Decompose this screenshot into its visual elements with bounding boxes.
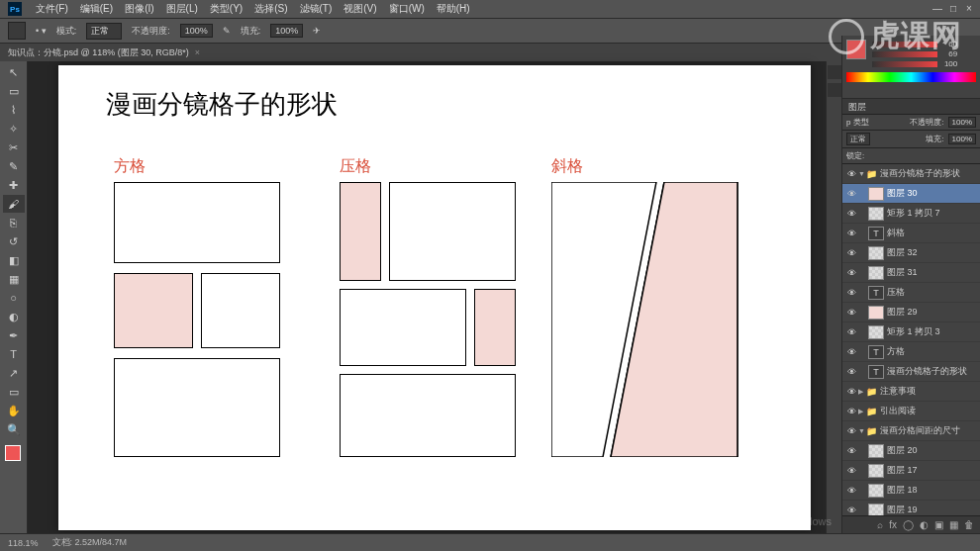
layer-name[interactable]: 图层 31 xyxy=(887,266,978,279)
panel-icon[interactable] xyxy=(828,83,841,97)
visibility-icon[interactable]: 👁 xyxy=(844,327,858,337)
brush-preset[interactable]: • ▾ xyxy=(36,26,47,36)
stamp-tool[interactable]: ⎘ xyxy=(3,214,25,231)
layer-name[interactable]: 注意事项 xyxy=(880,385,978,398)
disclosure-icon[interactable]: ▶ xyxy=(858,388,866,396)
slider-g[interactable] xyxy=(872,51,937,57)
value-g[interactable]: 69 xyxy=(939,49,957,58)
layer-list[interactable]: 👁▼📁漫画分镜格子的形状👁图层 30👁矩形 1 拷贝 7👁T斜格👁图层 32👁图… xyxy=(842,164,980,515)
blend-mode-dropdown[interactable]: 正常 xyxy=(86,23,122,40)
menu-type[interactable]: 类型(Y) xyxy=(204,2,248,16)
hand-tool[interactable]: ✋ xyxy=(3,402,25,419)
layer-row[interactable]: 👁T漫画分镜格子的形状 xyxy=(842,362,980,382)
collapsed-panel-strip[interactable] xyxy=(826,61,841,533)
lasso-tool[interactable]: ⌇ xyxy=(3,101,25,119)
layer-name[interactable]: 矩形 1 拷贝 7 xyxy=(887,207,978,220)
layer-name[interactable]: 图层 20 xyxy=(887,444,978,457)
kind-filter[interactable]: p 类型 xyxy=(846,117,869,128)
color-swatch[interactable] xyxy=(5,445,23,463)
type-tool[interactable]: T xyxy=(3,345,25,363)
layer-row[interactable]: 👁T方格 xyxy=(842,342,980,362)
layer-name[interactable]: 图层 30 xyxy=(887,187,978,200)
menu-layer[interactable]: 图层(L) xyxy=(160,2,204,16)
layer-name[interactable]: 方格 xyxy=(887,345,978,358)
group-icon[interactable]: ▣ xyxy=(934,519,943,530)
menu-window[interactable]: 窗口(W) xyxy=(383,2,431,16)
layer-row[interactable]: 👁图层 17 xyxy=(842,461,980,481)
visibility-icon[interactable]: 👁 xyxy=(844,446,858,456)
panel-icon[interactable] xyxy=(828,65,841,79)
airbrush-icon[interactable]: ✈ xyxy=(313,26,321,36)
pressure-icon[interactable]: ✎ xyxy=(223,26,231,36)
document-tab[interactable]: 知识点：分镜.psd @ 118% (图层 30, RGB/8*) xyxy=(8,46,189,59)
visibility-icon[interactable]: 👁 xyxy=(844,229,858,238)
marquee-tool[interactable]: ▭ xyxy=(3,82,25,100)
path-tool[interactable]: ↗ xyxy=(3,364,25,382)
layer-row[interactable]: 👁图层 31 xyxy=(842,263,980,283)
visibility-icon[interactable]: 👁 xyxy=(844,426,858,436)
visibility-icon[interactable]: 👁 xyxy=(844,367,858,377)
value-b[interactable]: 100 xyxy=(939,59,957,68)
close-tab-icon[interactable]: × xyxy=(195,47,200,57)
menu-view[interactable]: 视图(V) xyxy=(338,2,382,16)
layer-row[interactable]: 👁矩形 1 拷贝 7 xyxy=(842,204,980,224)
layer-name[interactable]: 压格 xyxy=(887,286,978,299)
layer-name[interactable]: 引出阅读 xyxy=(880,405,978,417)
document-canvas[interactable]: 漫画分镜格子的形状 方格 压格 斜格 xyxy=(58,65,811,530)
blend-mode[interactable]: 正常 xyxy=(846,133,870,145)
layer-row[interactable]: 👁▼📁漫画分格间距的尺寸 xyxy=(842,421,980,441)
history-brush-tool[interactable]: ↺ xyxy=(3,232,25,250)
visibility-icon[interactable]: 👁 xyxy=(844,387,858,397)
color-spectrum[interactable] xyxy=(846,72,976,82)
layer-name[interactable]: 漫画分镜格子的形状 xyxy=(887,365,978,378)
layer-row[interactable]: 👁T斜格 xyxy=(842,224,980,243)
new-layer-icon[interactable]: ▦ xyxy=(949,519,958,530)
maximize-button[interactable]: □ xyxy=(946,2,960,14)
adjustment-icon[interactable]: ◐ xyxy=(920,519,929,530)
layer-name[interactable]: 图层 19 xyxy=(887,504,978,515)
move-tool[interactable]: ↖ xyxy=(3,63,25,81)
visibility-icon[interactable]: 👁 xyxy=(844,169,858,179)
menu-file[interactable]: 文件(F) xyxy=(30,2,74,16)
eyedropper-tool[interactable]: ✎ xyxy=(3,157,25,175)
flow-input[interactable]: 100% xyxy=(270,24,303,38)
layer-row[interactable]: 👁▶📁注意事项 xyxy=(842,382,980,402)
layer-name[interactable]: 漫画分格间距的尺寸 xyxy=(880,424,978,437)
visibility-icon[interactable]: 👁 xyxy=(844,466,858,476)
dodge-tool[interactable]: ◐ xyxy=(3,308,25,325)
layer-row[interactable]: 👁T压格 xyxy=(842,283,980,303)
layer-name[interactable]: 图层 18 xyxy=(887,484,978,497)
wand-tool[interactable]: ✧ xyxy=(3,120,25,138)
layer-row[interactable]: 👁▼📁漫画分镜格子的形状 xyxy=(842,164,980,184)
layer-name[interactable]: 图层 29 xyxy=(887,306,978,319)
heal-tool[interactable]: ✚ xyxy=(3,176,25,194)
visibility-icon[interactable]: 👁 xyxy=(844,407,858,416)
layer-row[interactable]: 👁图层 19 xyxy=(842,501,980,515)
eraser-tool[interactable]: ◧ xyxy=(3,251,25,269)
layer-row[interactable]: 👁矩形 1 拷贝 3 xyxy=(842,322,980,342)
gradient-tool[interactable]: ▦ xyxy=(3,270,25,288)
menu-edit[interactable]: 编辑(E) xyxy=(74,2,119,16)
visibility-icon[interactable]: 👁 xyxy=(844,288,858,298)
shape-tool[interactable]: ▭ xyxy=(3,383,25,401)
pen-tool[interactable]: ✒ xyxy=(3,326,25,344)
layer-fill-input[interactable]: 100% xyxy=(948,134,976,144)
mask-icon[interactable]: ◯ xyxy=(903,519,914,530)
trash-icon[interactable]: 🗑 xyxy=(964,519,974,530)
visibility-icon[interactable]: 👁 xyxy=(844,189,858,199)
layer-name[interactable]: 图层 17 xyxy=(887,464,978,477)
layer-row[interactable]: 👁图层 20 xyxy=(842,441,980,461)
visibility-icon[interactable]: 👁 xyxy=(844,486,858,496)
layer-name[interactable]: 斜格 xyxy=(887,227,978,239)
layer-name[interactable]: 矩形 1 拷贝 3 xyxy=(887,325,978,338)
layer-row[interactable]: 👁图层 30 xyxy=(842,184,980,204)
layer-name[interactable]: 图层 32 xyxy=(887,246,978,259)
layer-row[interactable]: 👁图层 32 xyxy=(842,243,980,263)
close-button[interactable]: × xyxy=(962,2,976,14)
slider-b[interactable] xyxy=(872,61,937,67)
crop-tool[interactable]: ✂ xyxy=(3,138,25,156)
foreground-swatch[interactable] xyxy=(846,40,866,59)
layer-opacity-input[interactable]: 100% xyxy=(948,117,976,128)
layers-tab[interactable]: 图层 xyxy=(848,102,866,112)
fx-icon[interactable]: fx xyxy=(889,519,897,530)
